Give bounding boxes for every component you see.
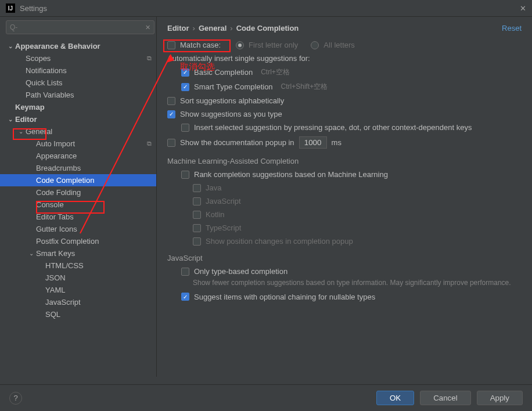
dialog-footer: ? OK Cancel Apply: [0, 384, 532, 411]
sort-alpha-checkbox[interactable]: [167, 97, 175, 105]
match-case-label: Match case:: [180, 41, 221, 49]
show-as-type-label: Show suggestions as you type: [180, 110, 282, 118]
chevron-right-icon: ›: [230, 24, 232, 33]
insert-selected-checkbox[interactable]: [181, 124, 189, 132]
js-section-header: JavaScript: [167, 254, 522, 262]
optional-chain-label: Suggest items with optional chaining for…: [194, 293, 375, 301]
tree-item-label: Breadcrumbs: [36, 164, 152, 172]
breadcrumb-item[interactable]: General: [199, 24, 227, 33]
breadcrumb-item[interactable]: Editor: [167, 24, 189, 33]
smart-type-checkbox[interactable]: [181, 83, 189, 91]
first-letter-radio[interactable]: [236, 41, 244, 49]
match-case-checkbox[interactable]: [167, 41, 175, 49]
help-button[interactable]: ?: [9, 392, 22, 405]
tree-item[interactable]: Appearance: [0, 150, 156, 162]
tree-item-label: JavaScript: [45, 298, 152, 307]
settings-tree: ⌄Appearance & BehaviorScopes⧉Notificatio…: [0, 38, 156, 377]
all-letters-radio[interactable]: [311, 41, 319, 49]
show-doc-label: Show the documentation popup in: [180, 138, 294, 147]
reset-link[interactable]: Reset: [502, 24, 522, 33]
scope-icon: ⧉: [147, 55, 152, 62]
ml-section-header: Machine Learning-Assisted Completion: [167, 157, 522, 165]
tree-item-label: Console: [36, 200, 152, 209]
tree-item[interactable]: Gutter Icons: [0, 223, 156, 235]
tree-item-label: Quick Lists: [26, 78, 152, 87]
tree-item-label: Code Completion: [36, 176, 152, 185]
tree-item-label: Notifications: [26, 66, 152, 75]
tree-item[interactable]: Keymap: [0, 101, 156, 113]
tree-item[interactable]: Quick Lists: [0, 77, 156, 89]
tree-item[interactable]: JavaScript: [0, 296, 156, 308]
cancel-button[interactable]: Cancel: [420, 391, 471, 405]
show-pos-label: Show position changes in completion popu…: [206, 237, 353, 246]
show-pos-checkbox[interactable]: [193, 237, 201, 246]
close-icon[interactable]: ✕: [520, 4, 526, 13]
tree-item-label: JSON: [45, 273, 152, 282]
settings-panel: Editor › General › Code Completion Reset…: [157, 17, 532, 377]
rank-ml-label: Rank completion suggestions based on Mac…: [194, 170, 388, 179]
ml-kotlin-checkbox[interactable]: [193, 211, 201, 219]
tree-item[interactable]: Notifications: [0, 64, 156, 77]
tree-item-label: Appearance & Behavior: [15, 42, 152, 51]
tree-item-label: Appearance: [36, 152, 152, 160]
settings-sidebar: ✕ ⌄Appearance & BehaviorScopes⧉Notificat…: [0, 17, 157, 377]
apply-button[interactable]: Apply: [477, 391, 523, 405]
basic-shortcut: Ctrl+空格: [261, 67, 290, 77]
ml-java-checkbox[interactable]: [193, 184, 201, 192]
tree-item-label: Auto Import: [36, 139, 147, 148]
ml-ts-checkbox[interactable]: [193, 224, 201, 232]
tree-item-label: Keymap: [15, 103, 152, 111]
tree-item[interactable]: ⌄Editor: [0, 113, 156, 125]
tree-item[interactable]: Postfix Completion: [0, 235, 156, 247]
basic-completion-checkbox[interactable]: [181, 68, 189, 77]
tree-item-label: Gutter Icons: [36, 225, 152, 233]
tree-item[interactable]: SQL: [0, 308, 156, 320]
optional-chain-checkbox[interactable]: [181, 293, 189, 301]
breadcrumb-item: Code Completion: [236, 24, 299, 33]
tree-item[interactable]: Console: [0, 199, 156, 211]
tree-item[interactable]: Editor Tabs: [0, 211, 156, 223]
ml-js-checkbox[interactable]: [193, 197, 201, 206]
only-type-label: Only type-based completion: [194, 267, 287, 276]
show-doc-checkbox[interactable]: [167, 139, 175, 147]
smart-shortcut: Ctrl+Shift+空格: [281, 82, 328, 92]
tree-item-label: Path Variables: [26, 91, 152, 99]
ml-kotlin-label: Kotlin: [206, 210, 225, 219]
tree-item[interactable]: Path Variables: [0, 89, 156, 101]
rank-ml-checkbox[interactable]: [181, 171, 189, 179]
tree-item[interactable]: JSON: [0, 272, 156, 284]
clear-search-icon[interactable]: ✕: [145, 24, 150, 31]
tree-item[interactable]: Code Folding: [0, 186, 156, 199]
tree-item[interactable]: YAML: [0, 284, 156, 296]
tree-item[interactable]: Breadcrumbs: [0, 162, 156, 174]
doc-delay-input[interactable]: [299, 136, 327, 149]
ml-ts-label: TypeScript: [206, 223, 241, 232]
ok-button[interactable]: OK: [376, 391, 414, 405]
chevron-down-icon: ⌄: [7, 116, 14, 122]
tree-item[interactable]: Auto Import⧉: [0, 138, 156, 150]
chevron-down-icon: ⌄: [28, 250, 35, 257]
tree-item-label: Scopes: [26, 54, 147, 63]
tree-item[interactable]: ⌄Appearance & Behavior: [0, 40, 156, 52]
tree-item[interactable]: Code Completion: [0, 174, 156, 186]
show-as-type-checkbox[interactable]: [167, 110, 175, 118]
window-title: Settings: [20, 4, 520, 13]
smart-type-label: Smart Type Completion: [194, 82, 273, 91]
tree-item[interactable]: Scopes⧉: [0, 52, 156, 64]
ml-java-label: Java: [206, 183, 221, 192]
chevron-down-icon: ⌄: [17, 128, 24, 135]
scope-icon: ⧉: [147, 140, 152, 147]
basic-completion-label: Basic Completion: [194, 68, 253, 77]
all-letters-label: All letters: [323, 41, 354, 49]
tree-item[interactable]: ⌄Smart Keys: [0, 247, 156, 259]
only-type-checkbox[interactable]: [181, 268, 189, 276]
tree-item[interactable]: HTML/CSS: [0, 259, 156, 272]
chevron-down-icon: ⌄: [7, 43, 14, 49]
search-input[interactable]: [6, 20, 154, 34]
tree-item-label: SQL: [45, 310, 152, 319]
chevron-right-icon: ›: [193, 24, 195, 33]
tree-item[interactable]: ⌄General: [0, 125, 156, 138]
tree-item-label: Code Folding: [36, 188, 152, 197]
app-logo-icon: IJ: [6, 3, 15, 13]
tree-item-label: Editor Tabs: [36, 212, 152, 221]
